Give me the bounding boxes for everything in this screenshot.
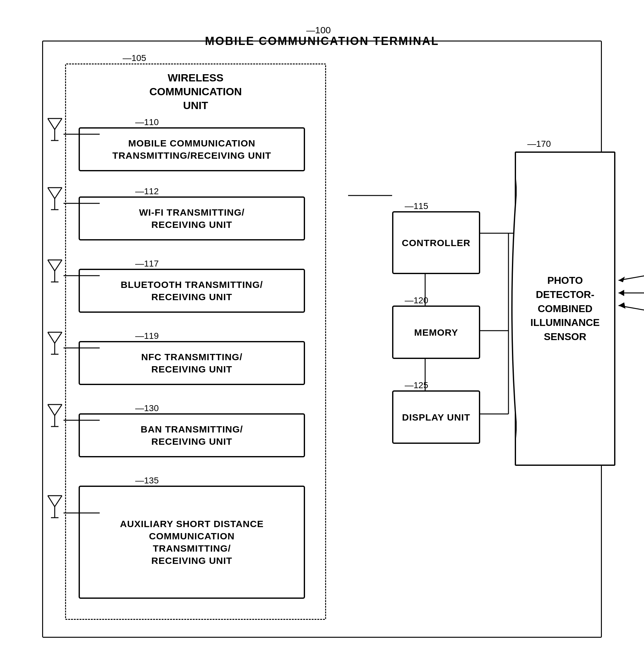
bluetooth-box: BLUETOOTH TRANSMITTING/RECEIVING UNIT <box>79 269 305 313</box>
auxiliary-label: AUXILIARY SHORT DISTANCECOMMUNICATIONTRA… <box>120 518 264 567</box>
svg-line-19 <box>48 332 55 343</box>
svg-line-31 <box>48 496 55 507</box>
photo-detector-label: PHOTODETECTOR-COMBINEDILLUMINANCESENSOR <box>530 274 600 344</box>
controller-box: CONTROLLER <box>392 211 480 274</box>
ref-130: —130 <box>135 403 159 413</box>
svg-marker-51 <box>619 277 625 282</box>
svg-marker-55 <box>619 302 625 309</box>
svg-line-7 <box>48 188 55 199</box>
auxiliary-box: AUXILIARY SHORT DISTANCECOMMUNICATIONTRA… <box>79 485 305 599</box>
mobile-comm-label: MOBILE COMMUNICATIONTRANSMITTING/RECEIVI… <box>112 137 271 161</box>
mobile-comm-box: MOBILE COMMUNICATIONTRANSMITTING/RECEIVI… <box>79 127 305 171</box>
ref-110: —110 <box>135 117 159 127</box>
memory-label: MEMORY <box>414 326 458 338</box>
controller-label: CONTROLLER <box>402 237 470 249</box>
outer-box-label: MOBILE COMMUNICATION TERMINAL <box>43 35 601 48</box>
antenna-5 <box>46 400 63 429</box>
photo-detector-box: PHOTODETECTOR-COMBINEDILLUMINANCESENSOR <box>515 152 616 466</box>
ref-105: —105 <box>122 53 146 63</box>
antenna-1 <box>46 114 63 143</box>
ref-120: —120 <box>405 296 428 305</box>
ref-115: —115 <box>405 201 428 211</box>
ban-label: BAN TRANSMITTING/RECEIVING UNIT <box>141 423 243 447</box>
wifi-label: WI-FI TRANSMITTING/RECEIVING UNIT <box>139 206 245 231</box>
light-arrows <box>616 262 644 324</box>
svg-line-1 <box>48 119 55 130</box>
wifi-box: WI-FI TRANSMITTING/RECEIVING UNIT <box>79 196 305 240</box>
svg-line-20 <box>55 332 62 343</box>
ref-112: —112 <box>135 187 159 196</box>
wireless-comm-box: —105 WIRELESSCOMMUNICATIONUNIT MOBILE CO… <box>65 63 326 620</box>
bluetooth-label: BLUETOOTH TRANSMITTING/RECEIVING UNIT <box>121 278 263 303</box>
ref-117: —117 <box>135 259 159 269</box>
nfc-label: NFC TRANSMITTING/RECEIVING UNIT <box>141 351 243 375</box>
display-unit-box: DISPLAY UNIT <box>392 391 480 444</box>
svg-line-13 <box>48 260 55 271</box>
svg-line-2 <box>55 119 62 130</box>
outer-box: MOBILE COMMUNICATION TERMINAL —105 WIREL… <box>42 40 602 638</box>
ban-box: BAN TRANSMITTING/RECEIVING UNIT <box>79 413 305 457</box>
ref-170: —170 <box>527 139 551 149</box>
antenna-3 <box>46 255 63 285</box>
wireless-unit-label: WIRELESSCOMMUNICATIONUNIT <box>66 71 325 112</box>
nfc-box: NFC TRANSMITTING/RECEIVING UNIT <box>79 341 305 385</box>
svg-marker-53 <box>619 290 624 296</box>
svg-line-25 <box>48 405 55 416</box>
svg-line-26 <box>55 405 62 416</box>
ref-135: —135 <box>135 476 159 485</box>
antenna-2 <box>46 183 63 213</box>
antenna-4 <box>46 327 63 357</box>
ref-100: —100 <box>306 25 331 36</box>
svg-line-32 <box>55 496 62 507</box>
sensor-curve <box>507 152 517 466</box>
ref-119: —119 <box>135 331 159 341</box>
display-unit-label: DISPLAY UNIT <box>402 411 470 423</box>
memory-box: MEMORY <box>392 305 480 359</box>
antenna-6 <box>46 491 63 520</box>
svg-line-14 <box>55 260 62 271</box>
diagram-container: —100 MOBILE COMMUNICATION TERMINAL —105 … <box>23 22 621 650</box>
svg-line-8 <box>55 188 62 199</box>
ref-125: —125 <box>405 380 428 391</box>
